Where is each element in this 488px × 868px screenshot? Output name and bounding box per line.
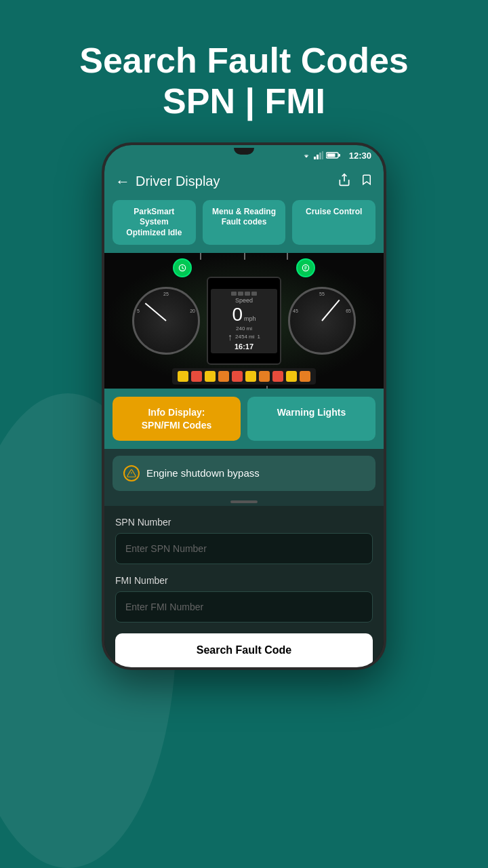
- status-bar: 12:30: [104, 145, 384, 166]
- svg-rect-6: [327, 154, 335, 157]
- warning-icon-10: [300, 371, 310, 382]
- search-fault-code-button[interactable]: Search Fault Code: [115, 633, 373, 667]
- pointer-line-bottom: [266, 386, 268, 389]
- app-bar: ← Driver Display: [104, 166, 384, 200]
- app-bar-right: [338, 173, 373, 190]
- warning-lights-button[interactable]: Warning Lights: [247, 397, 375, 440]
- warning-icon-4: [218, 371, 229, 382]
- speed-value: 0: [232, 304, 243, 326]
- warning-icon-3: [205, 371, 216, 382]
- page-title: Search Fault Codes SPN | FMI: [79, 41, 408, 122]
- engine-shutdown-button[interactable]: Engine shutdown bypass: [113, 456, 375, 491]
- engine-icon-right: [301, 263, 310, 273]
- dashboard-area: 25 20 5 Speed 0: [104, 253, 384, 389]
- action-buttons: Info Display: SPN/FMI Codes Warning Ligh…: [104, 389, 384, 448]
- odometer2: 2454 mi: [235, 334, 254, 340]
- form-area: SPN Number FMI Number Search Fault Code: [104, 506, 384, 667]
- app-bar-title: Driver Display: [136, 174, 220, 189]
- pointer-line-left: [200, 253, 201, 260]
- warning-icon-7: [259, 371, 270, 382]
- info-display-button[interactable]: Info Display: SPN/FMI Codes: [113, 397, 241, 440]
- indicator-light-left: [173, 258, 192, 277]
- warning-strip: [172, 368, 316, 384]
- chip-cruise[interactable]: Cruise Control: [292, 200, 375, 245]
- warning-icon-9: [286, 371, 297, 382]
- center-display: Speed 0 mph 240 mi ↑ 2454 mi 1 16:17: [207, 277, 281, 365]
- svg-rect-0: [314, 157, 316, 159]
- left-gauge-needle: [145, 303, 167, 321]
- engine-icon-left: [178, 263, 187, 273]
- dashboard-bg: 25 20 5 Speed 0: [104, 253, 384, 389]
- svg-rect-5: [338, 154, 340, 157]
- share-button[interactable]: [338, 173, 351, 190]
- spn-label: SPN Number: [115, 517, 373, 528]
- engine-shutdown-section: Engine shutdown bypass: [104, 449, 384, 495]
- shutdown-icon: [123, 465, 140, 481]
- signal-icon: [314, 151, 323, 159]
- fmi-label: FMI Number: [115, 575, 373, 586]
- pointer-line-center: [244, 253, 245, 260]
- battery-icon: [326, 151, 341, 159]
- chip-menu[interactable]: Menu & Reading Fault codes: [203, 200, 286, 245]
- svg-rect-3: [322, 151, 323, 159]
- bookmark-icon: [361, 173, 373, 186]
- spn-input[interactable]: [115, 533, 373, 564]
- warning-icon-8: [272, 371, 283, 382]
- app-bar-left: ← Driver Display: [115, 173, 220, 191]
- svg-rect-1: [317, 155, 319, 159]
- phone-frame: 12:30 ← Driver Display ParkSmart Sys: [102, 142, 386, 670]
- speed-unit: mph: [244, 315, 256, 322]
- back-button[interactable]: ←: [115, 173, 130, 191]
- gauges-row: 25 20 5 Speed 0: [132, 253, 356, 389]
- svg-rect-2: [319, 153, 321, 159]
- warning-icon-6: [245, 371, 256, 382]
- wifi-icon: [302, 151, 311, 159]
- shutdown-text: Engine shutdown bypass: [146, 467, 260, 479]
- indicator-light-right: [296, 258, 315, 277]
- bookmark-button[interactable]: [361, 173, 373, 190]
- chip-parksmart[interactable]: ParkSmart System Optimized Idle: [113, 200, 196, 245]
- header-section: Search Fault Codes SPN | FMI: [52, 0, 435, 142]
- fmi-input[interactable]: [115, 591, 373, 623]
- left-gauge: 25 20 5: [132, 287, 200, 355]
- warning-icon-1: [178, 371, 188, 382]
- phone-notch: [234, 148, 254, 155]
- chips-row: ParkSmart System Optimized Idle Menu & R…: [104, 200, 384, 254]
- speed-label: Speed: [214, 297, 274, 304]
- warning-icon-2: [191, 371, 202, 382]
- status-time: 12:30: [349, 151, 371, 161]
- drag-handle: [230, 500, 258, 503]
- odometer1: 240 mi: [214, 326, 274, 332]
- status-icons: [302, 151, 341, 159]
- warning-icon-5: [232, 371, 243, 382]
- time-display: 16:17: [214, 342, 274, 351]
- pointer-line-right: [287, 253, 288, 260]
- drag-handle-area: [104, 495, 384, 506]
- right-gauge-needle: [321, 300, 340, 321]
- share-icon: [338, 173, 351, 186]
- warning-triangle-icon: [127, 469, 136, 478]
- right-gauge: 55 65 45: [288, 287, 356, 355]
